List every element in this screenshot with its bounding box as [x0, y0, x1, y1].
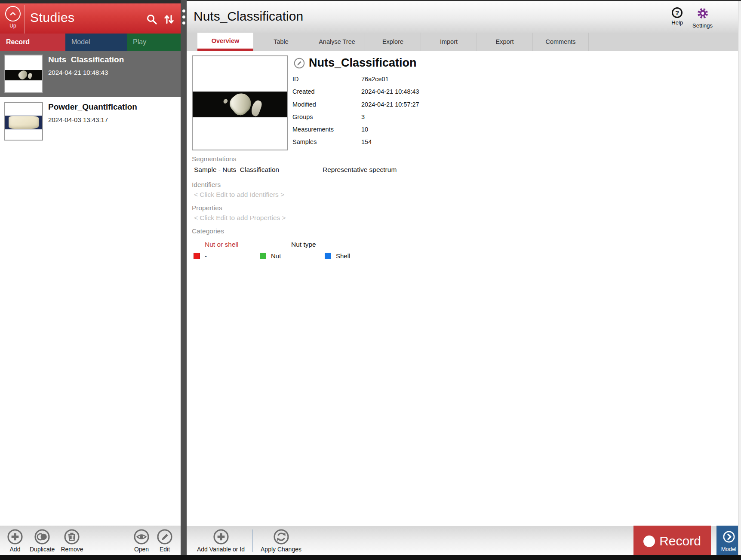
apply-changes-label: Apply Changes	[261, 546, 301, 553]
study-item-title: Nuts_Classification	[48, 55, 124, 64]
field-value-measurements: 10	[361, 126, 368, 133]
properties-label: Properties	[192, 204, 222, 212]
duplicate-icon	[34, 528, 51, 545]
up-button-label: Up	[9, 23, 16, 29]
study-item-timestamp: 2024-04-21 10:48:43	[48, 69, 108, 76]
chevron-up-icon	[5, 6, 21, 21]
overview-content: Nuts_Classification ID 76a2ce01 Created …	[187, 51, 741, 526]
category-value-nut: Nut	[271, 252, 281, 260]
study-thumbnail-nuts	[4, 55, 43, 93]
study-item-powder[interactable]: Powder_Quantification 2024-04-03 13:43:1…	[0, 98, 181, 144]
category-swatch-dash	[194, 253, 200, 259]
identifiers-placeholder: < Click Edit to add Identifiers >	[194, 191, 284, 199]
field-label-measurements: Measurements	[292, 126, 334, 133]
category-value-shell: Shell	[336, 252, 350, 260]
search-icon[interactable]	[145, 13, 158, 26]
model-button[interactable]: Model	[716, 526, 741, 557]
category-group-nut-or-shell: Nut or shell	[205, 241, 238, 248]
segmentation-value: Representative spectrum	[323, 166, 397, 174]
sidebar-toolbar: Add Duplicate Remove Open	[0, 526, 181, 555]
tab-analyse-tree[interactable]: Analyse Tree	[309, 33, 365, 51]
field-label-samples: Samples	[292, 138, 317, 145]
main-header: Nuts_Classification Help Settings	[187, 0, 741, 33]
study-title: Nuts_Classification	[309, 56, 417, 70]
settings-button[interactable]: Settings	[692, 7, 713, 29]
category-group-nut-type: Nut type	[291, 241, 316, 248]
tab-table[interactable]: Table	[253, 33, 309, 51]
pencil-icon	[156, 528, 173, 545]
scrollbar-track[interactable]	[738, 1, 741, 555]
category-swatch-shell	[325, 253, 331, 259]
tab-model[interactable]: Model	[65, 34, 127, 51]
apply-changes-button[interactable]: Apply Changes	[261, 528, 301, 553]
help-button[interactable]: Help	[671, 7, 683, 29]
remove-button[interactable]: Remove	[61, 528, 83, 553]
app-window: Up Studies Record Model Play	[0, 0, 741, 560]
study-item-nuts[interactable]: Nuts_Classification 2024-04-21 10:48:43	[0, 51, 181, 97]
field-value-created: 2024-04-21 10:48:43	[361, 88, 419, 95]
eye-icon	[133, 528, 150, 545]
field-label-groups: Groups	[292, 113, 313, 120]
tab-export[interactable]: Export	[477, 33, 533, 51]
trash-icon	[63, 528, 80, 545]
field-label-modified: Modified	[292, 101, 316, 108]
category-value-dash: -	[205, 252, 207, 260]
study-list: Nuts_Classification 2024-04-21 10:48:43 …	[0, 51, 181, 144]
main-tab-bar: Overview Table Analyse Tree Explore Impo…	[187, 33, 741, 51]
tab-comments[interactable]: Comments	[533, 33, 589, 51]
field-value-groups: 3	[361, 113, 365, 120]
tab-explore[interactable]: Explore	[365, 33, 421, 51]
sidebar-header: Up Studies	[0, 3, 181, 34]
window-bottom-strip	[0, 555, 741, 560]
sort-icon[interactable]	[163, 13, 175, 26]
help-label: Help	[671, 19, 683, 26]
duplicate-button[interactable]: Duplicate	[30, 528, 55, 553]
toolbar-divider	[252, 529, 253, 552]
plus-circle-icon	[212, 528, 230, 545]
record-circle-icon	[643, 536, 655, 547]
category-swatch-nut	[260, 253, 266, 259]
categories-label: Categories	[192, 227, 224, 235]
help-icon	[672, 7, 683, 18]
add-button[interactable]: Add	[6, 528, 24, 553]
field-value-samples: 154	[361, 138, 372, 145]
header-divider	[25, 5, 25, 34]
tab-overview[interactable]: Overview	[197, 33, 253, 51]
settings-label: Settings	[692, 22, 713, 29]
chevron-right-circle-icon	[723, 530, 735, 545]
segmentations-label: Segmentations	[192, 155, 236, 163]
refresh-icon	[273, 528, 290, 545]
study-item-timestamp: 2024-04-03 13:43:17	[48, 116, 108, 123]
gear-icon	[697, 7, 709, 21]
tab-record[interactable]: Record	[0, 34, 65, 51]
study-thumbnail-powder	[4, 102, 43, 141]
edit-button[interactable]: Edit	[156, 528, 173, 553]
open-button[interactable]: Open	[133, 528, 150, 553]
main-panel: Nuts_Classification Help Settings	[187, 0, 741, 555]
studies-panel: Up Studies Record Model Play	[0, 0, 181, 555]
remove-button-label: Remove	[61, 546, 83, 553]
up-button[interactable]: Up	[3, 6, 22, 33]
sidebar-tab-bar: Record Model Play	[0, 34, 181, 51]
duplicate-button-label: Duplicate	[30, 546, 55, 553]
panel-title: Studies	[30, 10, 75, 25]
edit-title-icon[interactable]	[294, 58, 305, 69]
field-label-created: Created	[292, 88, 315, 95]
add-button-label: Add	[10, 546, 21, 553]
edit-button-label: Edit	[160, 546, 170, 553]
add-variable-button[interactable]: Add Variable or Id	[197, 528, 245, 553]
record-button[interactable]: Record	[633, 526, 711, 557]
tab-import[interactable]: Import	[421, 33, 477, 51]
open-button-label: Open	[134, 546, 149, 553]
properties-placeholder: < Click Edit to add Properties >	[194, 214, 286, 222]
sidebar-top-strip	[0, 0, 181, 3]
segmentation-name: Sample - Nuts_Classification	[194, 166, 279, 174]
plus-circle-icon	[6, 528, 24, 545]
add-variable-label: Add Variable or Id	[197, 546, 245, 553]
page-title: Nuts_Classification	[194, 9, 303, 24]
record-button-label: Record	[659, 534, 701, 548]
tab-play[interactable]: Play	[127, 34, 181, 51]
identifiers-label: Identifiers	[192, 181, 221, 189]
panel-splitter[interactable]	[181, 0, 187, 555]
model-button-label: Model	[721, 546, 736, 552]
